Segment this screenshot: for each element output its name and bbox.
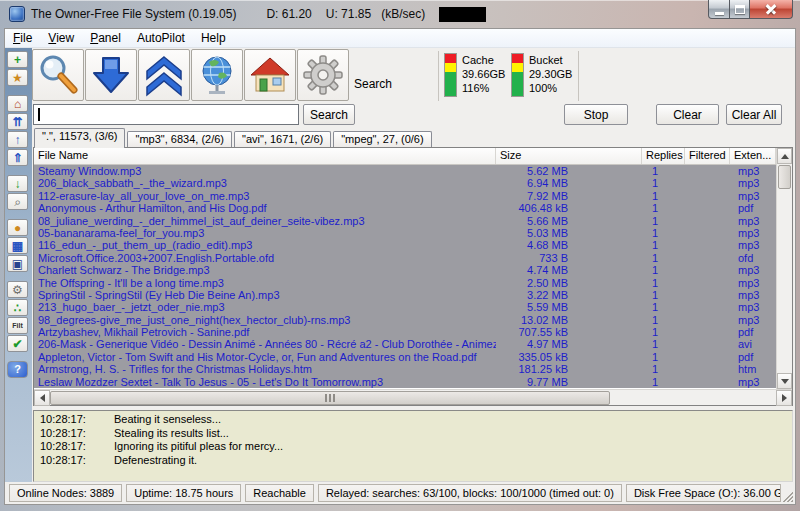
206_black_sabbath_-_the_wizard.mp3[interactable]: 206_black_sabbath_-_the_wizard.mp3 6.94 …: [34, 177, 776, 189]
tab-mpeg[interactable]: "mpeg", 27, (0/6): [333, 131, 431, 148]
rail-spacer[interactable]: [7, 353, 28, 360]
cell-replies: 1: [642, 326, 685, 338]
download-toolbar-button[interactable]: [85, 49, 137, 101]
Artzybashev, Mikhail Petrovich - Sanine.pdf[interactable]: Artzybashev, Mikhail Petrovich - Sanine.…: [34, 326, 776, 338]
home-small-icon[interactable]: ⌂: [7, 95, 28, 112]
08_juliane_werding_-_der_himmel_ist_auf_deiner_seite-vibez.mp3[interactable]: 08_juliane_werding_-_der_himmel_ist_auf_…: [34, 215, 776, 227]
116_edun_-_put_them_up_(radio_edit).mp3[interactable]: 116_edun_-_put_them_up_(radio_edit).mp3 …: [34, 239, 776, 251]
maximize-button[interactable]: [730, 0, 749, 19]
palette-icon[interactable]: ●: [7, 219, 28, 236]
horizontal-scrollbar[interactable]: [34, 389, 792, 405]
clear-all-button[interactable]: Clear All: [726, 104, 782, 125]
cell-replies: 1: [642, 376, 685, 388]
rail-spacer[interactable]: [7, 273, 28, 280]
column-header-extension[interactable]: Exten...: [730, 148, 776, 164]
menu-item-file[interactable]: File: [5, 30, 40, 46]
menu-item-autopilot[interactable]: AutoPilot: [129, 30, 193, 46]
log-entry: 10:28:17: Ignoring its pitiful pleas for…: [40, 440, 792, 454]
scroll-up-button[interactable]: [777, 148, 792, 164]
112-erasure-lay_all_your_love_on_me.mp3[interactable]: 112-erasure-lay_all_your_love_on_me.mp3 …: [34, 190, 776, 202]
Armstrong, H. S. - Trifles for the Christmas Holidays.htm[interactable]: Armstrong, H. S. - Trifles for the Chris…: [34, 363, 776, 375]
cell-filtered: [685, 165, 730, 177]
text-caret: [38, 108, 40, 121]
Charlett Schwarz - The Bridge.mp3[interactable]: Charlett Schwarz - The Bridge.mp3 4.74 M…: [34, 264, 776, 276]
stop-button[interactable]: Stop: [564, 104, 628, 125]
status-bar: Online Nodes: 3889 Uptime: 18.75 hours R…: [5, 482, 795, 504]
upload-icon[interactable]: ⇑: [7, 149, 28, 166]
cell-file-name: Charlett Schwarz - The Bridge.mp3: [34, 264, 496, 276]
Anonymous - Arthur Hamilton, and His Dog.pdf[interactable]: Anonymous - Arthur Hamilton, and His Dog…: [34, 202, 776, 214]
log-entry: 10:28:17: Defenestrating it.: [40, 454, 792, 468]
double-chevron-up-icon[interactable]: ⇈: [7, 113, 28, 130]
rail-spacer[interactable]: [7, 211, 28, 218]
cell-replies: 1: [642, 338, 685, 350]
upload-toolbar-button[interactable]: [138, 49, 190, 101]
213_hugo_baer_-_jetzt_oder_nie.mp3[interactable]: 213_hugo_baer_-_jetzt_oder_nie.mp3 5.59 …: [34, 301, 776, 313]
menu-item-view[interactable]: View: [40, 30, 82, 46]
search-input[interactable]: [33, 104, 299, 125]
Appleton, Victor - Tom Swift and His Motor-Cycle, or, Fun and Adventures on the Road.pdf[interactable]: Appleton, Victor - Tom Swift and His Mot…: [34, 351, 776, 363]
thumb-grip-icon: [329, 394, 331, 402]
close-button[interactable]: [749, 0, 793, 19]
98_degrees-give_me_just_one_night(hex_hector_club)-rns.mp3[interactable]: 98_degrees-give_me_just_one_night(hex_he…: [34, 314, 776, 326]
Steamy Window.mp3[interactable]: Steamy Window.mp3 5.62 MB 1 mp3: [34, 165, 776, 177]
window-controls: [708, 0, 793, 19]
05-bananarama-feel_for_you.mp3[interactable]: 05-bananarama-feel_for_you.mp3 5.03 MB 1…: [34, 227, 776, 239]
Microsoft.Office.2003+2007.English.Portable.ofd[interactable]: Microsoft.Office.2003+2007.English.Porta…: [34, 252, 776, 264]
save-icon[interactable]: ▣: [7, 255, 28, 272]
horizontal-scroll-thumb[interactable]: [50, 391, 610, 405]
settings-toolbar-button[interactable]: [297, 49, 349, 101]
title-bar[interactable]: The Owner-Free File System (0.19.05) D: …: [0, 0, 800, 28]
column-header-filtered[interactable]: Filtered: [685, 148, 730, 164]
cell-filtered: [685, 376, 730, 388]
scroll-left-button[interactable]: [34, 390, 50, 406]
cell-extension: mp3: [730, 227, 776, 239]
tab-avi[interactable]: "avi", 1671, (2/6): [234, 131, 331, 148]
log-entry: 10:28:17: Beating it senseless...: [40, 413, 792, 427]
column-header-size[interactable]: Size: [496, 148, 642, 164]
tab-all[interactable]: ".", 11573, (3/6): [34, 128, 125, 148]
rail-spacer[interactable]: [7, 87, 28, 94]
triangle-up-icon: [781, 154, 789, 159]
vertical-scroll-thumb[interactable]: [778, 165, 791, 189]
search-small-icon[interactable]: ⌕: [7, 193, 28, 210]
add-icon[interactable]: +: [7, 51, 28, 68]
filter-icon[interactable]: Filt: [7, 317, 28, 334]
menu-item-help[interactable]: Help: [193, 30, 234, 46]
column-header-replies[interactable]: Replies: [642, 148, 685, 164]
minimize-button[interactable]: [708, 0, 730, 19]
gear-small-icon[interactable]: ⚙: [7, 281, 28, 298]
The Offspring - It'll be a long time.mp3[interactable]: The Offspring - It'll be a long time.mp3…: [34, 277, 776, 289]
log-entry: 10:28:17: Stealing its results list...: [40, 427, 792, 441]
scroll-track-space[interactable]: [610, 390, 776, 405]
scroll-right-button[interactable]: [776, 390, 792, 406]
log-message: Defenestrating it.: [114, 454, 197, 468]
network-toolbar-button[interactable]: [191, 49, 243, 101]
rail-spacer[interactable]: [7, 167, 28, 174]
tasklist-icon[interactable]: ✔: [7, 335, 28, 352]
resize-grip[interactable]: [781, 490, 793, 502]
network-icon[interactable]: ∴: [7, 299, 28, 316]
home-toolbar-button[interactable]: [244, 49, 296, 101]
cell-file-name: 112-erasure-lay_all_your_love_on_me.mp3: [34, 190, 496, 202]
cell-file-name: 05-bananarama-feel_for_you.mp3: [34, 227, 496, 239]
cell-extension: ofd: [730, 252, 776, 264]
search-toolbar-button[interactable]: [32, 49, 84, 101]
cell-extension: mp3: [730, 177, 776, 189]
column-header-file-name[interactable]: File Name: [34, 148, 496, 164]
cell-filtered: [685, 314, 730, 326]
scroll-down-button[interactable]: [777, 373, 792, 389]
chevron-up-icon[interactable]: ↑: [7, 131, 28, 148]
download-small-icon[interactable]: ↓: [7, 175, 28, 192]
SpringStil - SpringStil (Ey Heb Die Beine An).mp3[interactable]: SpringStil - SpringStil (Ey Heb Die Bein…: [34, 289, 776, 301]
Leslaw Mozdzer Sextet - Talk To Jesus - 05 - Let's Do It Tomorrow.mp3[interactable]: Leslaw Mozdzer Sextet - Talk To Jesus - …: [34, 376, 776, 388]
search-button[interactable]: Search: [303, 104, 355, 125]
grid-icon[interactable]: ▦: [7, 237, 28, 254]
menu-item-panel[interactable]: Panel: [82, 30, 129, 46]
wand-icon[interactable]: ★: [7, 69, 28, 86]
206-Mask - Generique Vidéo - Dessin Animé - Années 80 - Récré a2 - Club Dorothée - Animezvous - Joh...[interactable]: 206-Mask - Generique Vidéo - Dessin Anim…: [34, 338, 776, 350]
clear-button[interactable]: Clear: [656, 104, 719, 125]
vertical-scrollbar[interactable]: [776, 148, 792, 389]
help-icon[interactable]: ?: [7, 361, 28, 378]
tab-mp3[interactable]: "mp3", 6834, (2/6): [127, 131, 232, 148]
